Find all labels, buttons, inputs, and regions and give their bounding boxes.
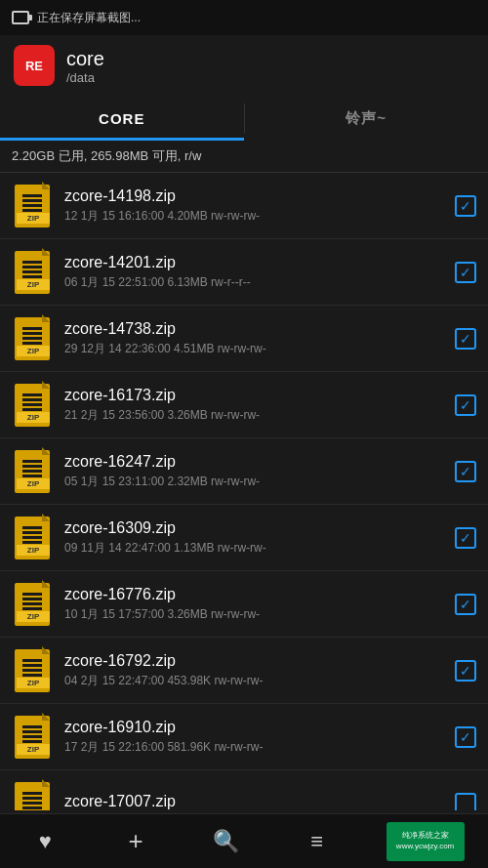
file-meta: 06 1月 15 22:51:00 6.13MB rw-r--r-- <box>64 274 443 291</box>
zip-file-icon: ZIP <box>12 314 53 363</box>
file-list: ZIP zcore-14198.zip12 1月 15 16:16:00 4.2… <box>0 173 488 810</box>
favorite-button[interactable]: ♥ <box>23 820 66 863</box>
list-item[interactable]: ZIP zcore-16792.zip04 2月 15 22:47:00 453… <box>0 638 488 704</box>
file-name: zcore-16792.zip <box>64 652 443 670</box>
file-name: zcore-16247.zip <box>64 453 443 471</box>
file-name: zcore-16910.zip <box>64 719 443 736</box>
zip-file-icon: ZIP <box>12 248 53 297</box>
bottom-nav: ♥ + 🔍 ≡ 纯净系统之家www.ycwjzy.com <box>0 813 488 868</box>
file-info: zcore-14198.zip12 1月 15 16:16:00 4.20MB … <box>64 187 443 225</box>
file-checkbox[interactable] <box>455 726 476 748</box>
file-info: zcore-16776.zip10 1月 15 17:57:00 3.26MB … <box>64 586 443 623</box>
file-checkbox[interactable] <box>455 262 476 283</box>
list-item[interactable]: ZIP zcore-16776.zip10 1月 15 17:57:00 3.2… <box>0 571 488 638</box>
tab-core[interactable]: CORE <box>0 96 244 141</box>
file-info: zcore-16309.zip09 11月 14 22:47:00 1.13MB… <box>64 519 443 557</box>
file-meta: 21 2月 15 23:56:00 3.26MB rw-rw-rw- <box>64 407 443 424</box>
file-meta: 09 11月 14 22:47:00 1.13MB rw-rw-rw- <box>64 540 443 557</box>
list-item[interactable]: ZIP zcore-16247.zip05 1月 15 23:11:00 2.3… <box>0 438 488 505</box>
zip-file-icon: ZIP <box>12 182 53 230</box>
status-text: 正在保存屏幕截图... <box>37 10 141 26</box>
file-name: zcore-16173.zip <box>64 387 443 404</box>
file-checkbox[interactable] <box>455 195 476 217</box>
file-name: zcore-14198.zip <box>64 187 443 205</box>
file-checkbox[interactable] <box>455 793 476 811</box>
file-checkbox[interactable] <box>455 660 476 682</box>
file-checkbox[interactable] <box>455 328 476 350</box>
file-checkbox[interactable] <box>455 394 476 416</box>
file-name: zcore-16776.zip <box>64 586 443 603</box>
zip-file-icon: ZIP <box>12 779 53 811</box>
file-info: zcore-17007.zip <box>64 793 443 810</box>
watermark: 纯净系统之家www.ycwjzy.com <box>386 822 465 861</box>
file-meta: 04 2月 15 22:47:00 453.98K rw-rw-rw- <box>64 673 443 689</box>
menu-icon: ≡ <box>310 829 323 854</box>
list-item[interactable]: ZIP zcore-14201.zip06 1月 15 22:51:00 6.1… <box>0 239 488 306</box>
app-title-block: core /data <box>66 47 104 85</box>
file-meta: 17 2月 15 22:16:00 581.96K rw-rw-rw- <box>64 739 443 756</box>
file-info: zcore-16173.zip21 2月 15 23:56:00 3.26MB … <box>64 387 443 424</box>
zip-file-icon: ZIP <box>12 447 53 496</box>
zip-file-icon: ZIP <box>12 713 53 762</box>
search-icon: 🔍 <box>213 829 239 854</box>
zip-file-icon: ZIP <box>12 646 53 695</box>
menu-button[interactable]: ≡ <box>296 820 339 863</box>
file-checkbox[interactable] <box>455 461 476 482</box>
tabs-bar: CORE 铃声~ <box>0 96 488 141</box>
status-bar: 正在保存屏幕截图... <box>0 0 488 35</box>
list-item[interactable]: ZIP zcore-17007.zip <box>0 770 488 810</box>
file-name: zcore-17007.zip <box>64 793 443 810</box>
file-info: zcore-14738.zip29 12月 14 22:36:00 4.51MB… <box>64 320 443 357</box>
list-item[interactable]: ZIP zcore-16173.zip21 2月 15 23:56:00 3.2… <box>0 372 488 438</box>
file-meta: 12 1月 15 16:16:00 4.20MB rw-rw-rw- <box>64 208 443 225</box>
list-item[interactable]: ZIP zcore-14738.zip29 12月 14 22:36:00 4.… <box>0 306 488 372</box>
file-meta: 05 1月 15 23:11:00 2.32MB rw-rw-rw- <box>64 474 443 490</box>
add-button[interactable]: + <box>114 820 157 863</box>
file-checkbox[interactable] <box>455 594 476 615</box>
file-info: zcore-14201.zip06 1月 15 22:51:00 6.13MB … <box>64 254 443 291</box>
file-name: zcore-14738.zip <box>64 320 443 338</box>
screenshot-icon <box>12 11 29 24</box>
file-name: zcore-16309.zip <box>64 519 443 537</box>
app-header: RE core /data <box>0 35 488 96</box>
file-info: zcore-16792.zip04 2月 15 22:47:00 453.98K… <box>64 652 443 689</box>
file-info: zcore-16910.zip17 2月 15 22:16:00 581.96K… <box>64 719 443 756</box>
storage-info: 2.20GB 已用, 265.98MB 可用, r/w <box>0 141 488 173</box>
tab-ringtone[interactable]: 铃声~ <box>245 96 489 141</box>
search-button[interactable]: 🔍 <box>205 820 248 863</box>
heart-icon: ♥ <box>39 829 52 854</box>
file-info: zcore-16247.zip05 1月 15 23:11:00 2.32MB … <box>64 453 443 490</box>
app-logo: RE <box>14 45 55 86</box>
list-item[interactable]: ZIP zcore-16910.zip17 2月 15 22:16:00 581… <box>0 704 488 770</box>
list-item[interactable]: ZIP zcore-14198.zip12 1月 15 16:16:00 4.2… <box>0 173 488 239</box>
file-meta: 10 1月 15 17:57:00 3.26MB rw-rw-rw- <box>64 606 443 623</box>
zip-file-icon: ZIP <box>12 580 53 629</box>
file-name: zcore-14201.zip <box>64 254 443 271</box>
app-title: core <box>66 47 104 70</box>
file-checkbox[interactable] <box>455 527 476 549</box>
list-item[interactable]: ZIP zcore-16309.zip09 11月 14 22:47:00 1.… <box>0 505 488 571</box>
zip-file-icon: ZIP <box>12 381 53 430</box>
app-subtitle: /data <box>66 70 104 85</box>
zip-file-icon: ZIP <box>12 514 53 562</box>
plus-icon: + <box>129 826 143 856</box>
file-meta: 29 12月 14 22:36:00 4.51MB rw-rw-rw- <box>64 341 443 357</box>
